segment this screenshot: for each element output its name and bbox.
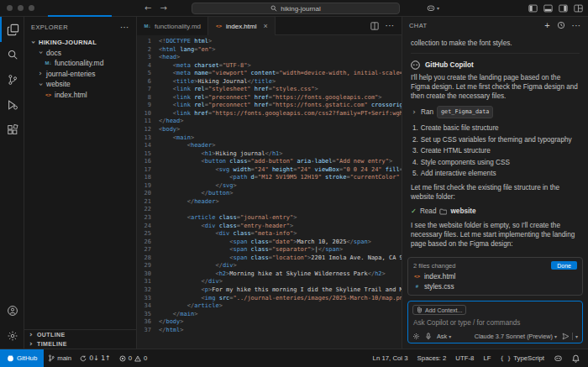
line-number: 3 [137,54,159,62]
cursor-position[interactable]: Ln 17, Col 3 [373,354,408,362]
html-file-icon: <> [215,24,223,29]
code-text: </body> [159,318,402,327]
tool-call-row[interactable]: ›Ranget_Figma_data [411,106,580,118]
status-bar: GitHub main 0↓ 1↑ 0 0 Ln 17, Col 3 [0,349,588,367]
new-chat-icon[interactable]: + [544,20,550,30]
sidebar-section-timeline[interactable]: ›TIMELINE [24,339,136,349]
activity-source-control-button[interactable] [0,67,24,92]
language-mode[interactable]: { } TypeScript [501,354,545,362]
chat-history-icon[interactable] [557,21,565,29]
window-close-button[interactable] [7,5,13,11]
send-options-icon[interactable]: ▾ [575,333,578,339]
eol-sequence[interactable]: LF [483,354,491,362]
code-text: <span class="date">March 10, 2025</span> [159,239,402,247]
code-text: <div class="entry-header"> [159,223,402,231]
explorer-more-actions-icon[interactable]: ··· [121,24,130,31]
window-maximize-button[interactable] [29,5,34,11]
split-editor-icon[interactable] [370,22,379,30]
branch-indicator[interactable]: main [44,349,76,367]
line-number: 7 [137,86,159,94]
code-line: 6 <title>Hiking Journal</title> [137,78,402,87]
nav-forward-icon[interactable]: → [160,3,166,13]
list-item-text: Create basic file structure [421,123,499,133]
tree-item-docs[interactable]: ›docs [24,48,136,59]
changed-file-index.html[interactable]: <>index.html [413,271,577,281]
code-text: <button class="add-button" aria-label="A… [159,158,402,166]
tree-item-label: journal-enteries [46,70,96,78]
list-item: 2.Set up CSS variables for theming and t… [412,135,580,144]
activity-account-button[interactable] [0,298,24,323]
line-number: 12 [137,126,159,134]
chat-more-actions-icon[interactable]: ··· [572,22,581,29]
changed-files-title: 2 files changed [413,262,455,270]
tree-item-index.html[interactable]: <>index.html [24,90,136,101]
tab-label: index.html [226,23,256,30]
code-line: 3<head> [137,54,402,62]
sidebar-section-label: TIMELINE [37,341,67,347]
code-line: 19 </svg> [137,182,402,191]
sidebar-section-outline[interactable]: ›OUTLINE [24,330,136,339]
activity-run-debug-button[interactable] [0,92,24,118]
tree-item-label: docs [46,49,61,57]
line-number: 4 [137,62,159,71]
sync-indicator[interactable]: 0↓ 1↑ [76,349,114,367]
tree-item-label: functionality.md [55,59,103,67]
toggle-secondary-sidebar-icon[interactable] [559,4,568,13]
chat-paragraph: I'll help you create the landing page ba… [411,73,580,101]
code-line: 23 <article class="journal-entry"> [137,214,402,223]
add-context-button[interactable]: Add Context... [412,305,466,315]
editor-more-actions-icon[interactable]: ··· [386,22,395,29]
tree-item-website[interactable]: ›website [24,79,136,90]
line-number: 17 [137,166,159,175]
code-text: <html lang="en"> [159,46,402,55]
code-line: 11</head> [137,118,402,126]
branch-label: main [57,354,71,362]
nav-back-icon[interactable]: ← [144,3,151,13]
line-number: 15 [137,150,159,159]
activity-extensions-button[interactable] [0,118,24,143]
toggle-panel-icon[interactable] [543,4,553,13]
html-file-icon: <> [45,92,52,97]
activity-explorer-button[interactable] [0,17,24,42]
read-tool-row[interactable]: ✓Readwebsite [411,207,580,216]
model-select[interactable]: Claude 3.7 Sonnet (Preview) ▾ [475,333,557,340]
send-icon[interactable] [562,333,570,340]
encoding[interactable]: UTF-8 [455,354,474,362]
tab-functionality.md[interactable]: M↓functionality.md [137,17,208,35]
activity-search-button[interactable] [0,42,24,67]
tree-item-HIKING-JOURNAL[interactable]: ›HIKING-JOURNAL [24,37,136,48]
code-editor[interactable]: 1<!DOCTYPE html>2<html lang="en">3<head>… [137,35,402,349]
chevron-right-icon: › [28,331,34,338]
chat-mode-select[interactable]: Ask ▾ [437,333,451,340]
line-number: 26 [137,239,159,247]
chat-settings-icon[interactable] [412,333,420,340]
line-number: 23 [137,214,159,223]
changed-file-styles.css[interactable]: #styles.css [413,281,577,291]
microphone-icon[interactable] [425,333,432,340]
code-line: 13 <main> [137,134,402,143]
close-icon[interactable]: × [263,22,267,30]
gear-icon [7,330,18,342]
changed-file-name: styles.css [424,283,454,291]
chevron-down-icon: › [37,81,45,87]
file-tree: ›HIKING-JOURNAL›docsM↓functionality.md›j… [24,37,136,329]
problems-indicator[interactable]: 0 0 [115,349,152,367]
copilot-menu-button[interactable]: ▾ [427,4,439,13]
window-minimize-button[interactable] [18,5,24,11]
done-button[interactable]: Done [551,261,577,270]
tree-item-functionality.md[interactable]: M↓functionality.md [24,58,136,69]
indentation[interactable]: Spaces: 2 [417,354,447,362]
toggle-sidebar-icon[interactable] [528,4,538,13]
remote-indicator[interactable]: GitHub [0,349,44,367]
customize-layout-icon[interactable] [574,4,583,13]
window-controls[interactable] [7,5,34,11]
activity-settings-button[interactable] [0,323,24,349]
command-center-search[interactable]: hiking-journal [192,3,400,14]
notifications-bell-icon[interactable] [572,354,580,363]
line-number: 14 [137,142,159,150]
tree-item-journal-enteries[interactable]: ›journal-enteries [24,69,136,80]
line-number: 9 [137,102,159,110]
copilot-status-icon[interactable] [554,354,563,363]
chat-input-box[interactable]: Add Context... Ask Copilot or type / for… [407,301,583,343]
tab-index.html[interactable]: <>index.html× [208,17,276,35]
